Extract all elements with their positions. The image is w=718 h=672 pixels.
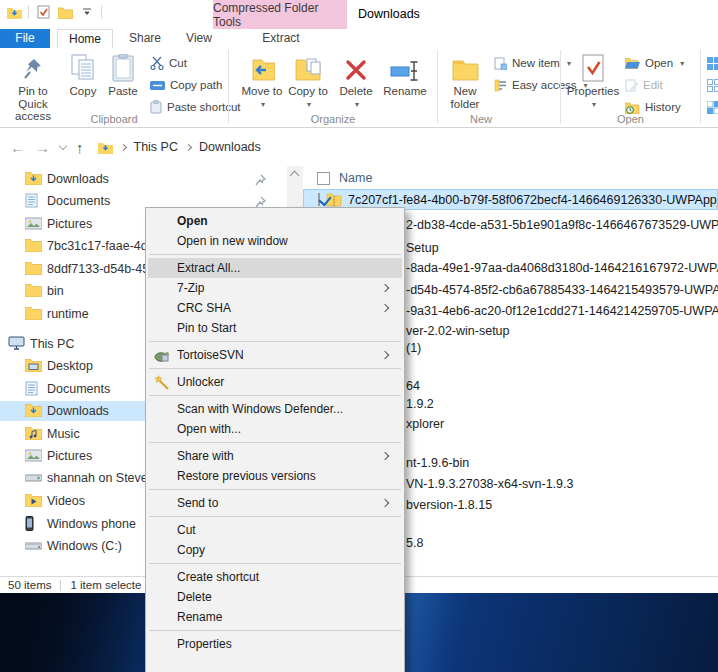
select-none-button[interactable]: Select none	[707, 76, 718, 94]
delete-button[interactable]: Delete▾	[335, 52, 377, 111]
menu-item-properties[interactable]: Properties	[148, 634, 402, 654]
breadcrumb-folder-icon	[98, 141, 113, 154]
menu-item-extract-all[interactable]: Extract All...	[148, 258, 402, 278]
breadcrumb-chevron-icon[interactable]	[185, 143, 192, 150]
file-row-fragment[interactable]: -8ada-49e1-97aa-da4068d3180d-14642161679…	[406, 259, 718, 277]
file-row-fragment[interactable]: ver-2.02-win-setup	[406, 322, 510, 340]
file-row-fragment[interactable]: xplorer	[406, 415, 444, 433]
menu-item-copy[interactable]: Copy	[148, 540, 402, 560]
tab-extract[interactable]: Extract	[244, 29, 318, 48]
menu-item-cut[interactable]: Cut	[148, 520, 402, 540]
menu-item-restore-previous-versions[interactable]: Restore previous versions	[148, 466, 402, 486]
menu-item-tortoisesvn[interactable]: TortoiseSVN	[148, 345, 402, 365]
sidebar-item-label: Pictures	[47, 214, 92, 234]
menu-item-create-shortcut[interactable]: Create shortcut	[148, 567, 402, 587]
cut-button[interactable]: Cut	[150, 54, 187, 72]
paste-label: Paste	[108, 85, 137, 98]
qat-properties-icon[interactable]	[35, 4, 51, 20]
column-header-name[interactable]: Name	[303, 168, 718, 188]
file-row-fragment[interactable]: (1)	[406, 339, 421, 357]
scroll-up-icon[interactable]	[290, 171, 300, 181]
qat-downloads-folder-icon[interactable]	[6, 4, 22, 20]
open-button[interactable]: Open▾	[625, 54, 684, 72]
menu-item-open-in-new-window[interactable]: Open in new window	[148, 231, 402, 251]
tab-file[interactable]: File	[0, 29, 50, 48]
document-icon	[25, 381, 42, 396]
menu-item-pin-to-start[interactable]: Pin to Start	[148, 318, 402, 338]
sidebar-item-label: Windows phone	[47, 514, 136, 534]
sidebar-item-downloads[interactable]: Downloads	[0, 169, 287, 189]
menu-item-label: CRC SHA	[177, 301, 231, 315]
rename-button[interactable]: Rename	[379, 52, 431, 98]
move-to-button[interactable]: Move to▾	[241, 52, 283, 111]
file-row-fragment[interactable]: 64	[406, 377, 420, 395]
file-row-fragment[interactable]: VN-1.9.3.27038-x64-svn-1.9.3	[406, 475, 573, 493]
menu-item-delete[interactable]: Delete	[148, 587, 402, 607]
qat-customize-dropdown-icon[interactable]	[79, 4, 95, 20]
breadcrumb-this-pc[interactable]: This PC	[134, 140, 178, 154]
menu-separator	[149, 442, 401, 443]
breadcrumb-chevron-icon[interactable]	[119, 143, 126, 150]
menu-item-open-with[interactable]: Open with...	[148, 419, 402, 439]
folder-icon	[25, 283, 42, 298]
tab-share[interactable]: Share	[120, 29, 170, 48]
copy-to-button[interactable]: Copy to▾	[287, 52, 329, 111]
select-all-button[interactable]: Select all	[707, 54, 718, 72]
menu-item-label: Scan with Windows Defender...	[177, 402, 343, 416]
menu-item-label: Unlocker	[177, 375, 224, 389]
tab-view[interactable]: View	[178, 29, 220, 48]
select-all-checkbox[interactable]	[317, 172, 330, 185]
properties-label: Properties	[567, 85, 619, 98]
up-button[interactable]: ↑	[76, 140, 84, 155]
menu-item-share-with[interactable]: Share with	[148, 446, 402, 466]
file-row-fragment[interactable]: nt-1.9.6-bin	[406, 454, 469, 472]
menu-item-crc-sha[interactable]: CRC SHA	[148, 298, 402, 318]
file-row-fragment[interactable]: 2-db38-4cde-a531-5b1e901a9f8c-1466467673…	[406, 216, 718, 234]
rename-icon	[390, 52, 420, 82]
invert-selection-button[interactable]: Invert selection	[707, 98, 718, 116]
title-bar: Compressed Folder Tools Downloads	[0, 0, 718, 30]
invert-selection-icon	[707, 101, 718, 114]
menu-item-label: Open in new window	[177, 234, 288, 248]
breadcrumb[interactable]: This PC Downloads	[98, 140, 261, 154]
submenu-arrow-icon	[381, 284, 389, 292]
edit-button[interactable]: Edit	[625, 76, 663, 94]
submenu-arrow-icon	[381, 304, 389, 312]
qat-new-folder-icon[interactable]	[57, 4, 73, 20]
paste-button[interactable]: Paste	[104, 52, 142, 98]
new-folder-button[interactable]: New folder	[442, 52, 488, 110]
folder-icon	[25, 306, 42, 321]
menu-item-7-zip[interactable]: 7-Zip	[148, 278, 402, 298]
ribbon-tabs: File Home Share View Extract	[0, 29, 718, 48]
file-row-fragment[interactable]: -9a31-4eb6-ac20-0f12e1cdd271-14642142597…	[406, 302, 718, 320]
menu-item-open[interactable]: Open	[148, 211, 402, 231]
file-row-fragment[interactable]: -d54b-4574-85f2-cb6a67885433-14642154935…	[406, 281, 718, 299]
computer-icon	[8, 336, 25, 351]
copy-path-button[interactable]: Copy path	[150, 76, 222, 94]
menu-item-rename[interactable]: Rename	[148, 607, 402, 627]
file-row-fragment[interactable]: bversion-1.8.15	[406, 496, 492, 514]
file-row-fragment[interactable]: 5.8	[406, 534, 423, 552]
file-row-fragment[interactable]: Setup	[406, 239, 439, 257]
breadcrumb-downloads[interactable]: Downloads	[199, 140, 261, 154]
menu-item-send-to[interactable]: Send to	[148, 493, 402, 513]
row-checkbox[interactable]	[318, 193, 320, 206]
back-button[interactable]: ←	[10, 140, 25, 155]
pictures-icon	[25, 448, 42, 463]
forward-button[interactable]: →	[35, 140, 50, 155]
properties-button[interactable]: Properties▾	[567, 52, 619, 111]
file-row-fragment[interactable]: 1.9.2	[406, 395, 434, 413]
recent-locations-dropdown-icon[interactable]	[59, 141, 67, 149]
menu-item-label: Copy	[177, 543, 205, 557]
paste-shortcut-icon	[150, 100, 162, 114]
copy-icon	[70, 52, 96, 82]
network-drive-icon	[25, 470, 42, 485]
pin-to-quick-access-button[interactable]: Pin to Quick access	[4, 52, 62, 123]
copy-button[interactable]: Copy	[64, 52, 102, 98]
menu-item-unlocker[interactable]: Unlocker	[148, 372, 402, 392]
open-label: Open	[645, 57, 673, 69]
sidebar-item-label: bin	[47, 281, 64, 301]
tab-home[interactable]: Home	[57, 29, 113, 48]
tortoisesvn-icon	[154, 347, 170, 363]
menu-item-scan-with-windows-defender[interactable]: Scan with Windows Defender...	[148, 399, 402, 419]
